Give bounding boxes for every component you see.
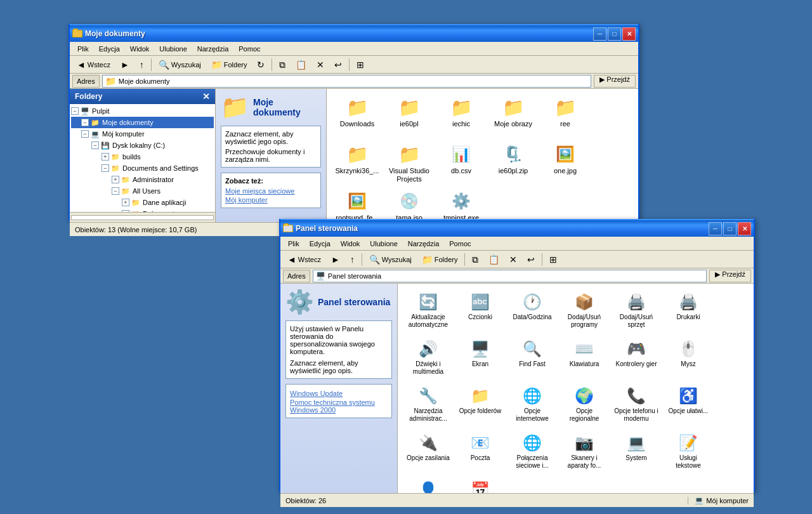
delete-button-panel[interactable]: ✕ xyxy=(505,252,521,267)
file-tmpinst[interactable]: ⚙️ tmpinst.exe xyxy=(436,188,487,222)
tree-item-mycomputer[interactable]: − 💻 Mój komputer xyxy=(71,128,214,140)
expand-toggle-docsettings[interactable]: − xyxy=(102,164,109,172)
tree-item-builds[interactable]: + 📁 builds xyxy=(71,151,214,162)
panel-icon-narzedzia[interactable]: 🔧 Narzędzia administrac... xyxy=(403,383,454,428)
delete-button-mydocs[interactable]: ✕ xyxy=(312,57,329,72)
go-button-panel[interactable]: ▶ Przejdź xyxy=(709,270,751,282)
panel-icon-klawiatura[interactable]: ⌨️ Klawiatura xyxy=(559,336,610,381)
panel-icon-dzwieki[interactable]: 🔊 Dźwięki i multimedia xyxy=(403,336,454,381)
tree-area[interactable]: − 🖥️ Pulpit − 📁 Moje dokumenty − 💻 Mój k… xyxy=(70,104,215,212)
panel-icon-poczta[interactable]: 📧 Poczta xyxy=(455,430,506,475)
file-ree[interactable]: 📁 ree xyxy=(540,94,591,140)
panel-icon-findfast[interactable]: 🔍 Find Fast xyxy=(507,336,558,381)
view-button-panel[interactable]: ⊞ xyxy=(545,252,561,267)
menu-narzedzia-mydocs[interactable]: Narzędzia xyxy=(192,44,234,54)
menu-ulubione-panel[interactable]: Ulubione xyxy=(365,239,402,249)
expand-toggle-mycomputer[interactable]: − xyxy=(81,130,89,138)
menu-narzedzia-panel[interactable]: Narzędzia xyxy=(403,239,445,249)
close-button-panel[interactable]: ✕ xyxy=(738,222,751,235)
expand-toggle-allusers[interactable]: − xyxy=(112,187,119,195)
maximize-button-panel[interactable]: □ xyxy=(723,222,737,235)
panel-icon-opcjeint[interactable]: 🌐 Opcje internetowe xyxy=(507,383,558,428)
file-rootsupd[interactable]: 🖼️ rootsupd_fe... xyxy=(332,188,383,222)
back-button-panel[interactable]: ◄ Wstecz xyxy=(283,252,325,267)
panel-icon-dodajusunprogramy[interactable]: 📦 Dodaj/Usuń programy xyxy=(559,289,610,334)
file-tamaiso[interactable]: 💿 tama.iso xyxy=(384,188,435,222)
minimize-button-panel[interactable]: ─ xyxy=(709,222,722,235)
folders-button-mydocs[interactable]: 📁 Foldery xyxy=(207,57,252,72)
menu-edycja-panel[interactable]: Edycja xyxy=(304,239,336,249)
link-pomoc[interactable]: Pomoc techniczna systemu Windows 2000 xyxy=(290,399,388,414)
panel-icon-ekran[interactable]: 🖥️ Ekran xyxy=(455,336,506,381)
window-panel[interactable]: Panel sterowania ─ □ ✕ Plik Edycja Widok… xyxy=(279,219,755,492)
menu-widok-panel[interactable]: Widok xyxy=(336,239,365,249)
expand-toggle-mydocs[interactable]: − xyxy=(81,119,89,126)
menu-ulubione-mydocs[interactable]: Ulubione xyxy=(154,44,192,54)
copy-button-mydocs[interactable]: ⧉ xyxy=(275,57,290,72)
expand-toggle-pulpit[interactable]: − xyxy=(71,107,79,115)
tree-item-admin[interactable]: + 📁 Administrator xyxy=(71,174,214,185)
info-link-komputer[interactable]: Mój komputer xyxy=(225,196,317,204)
forward-button-panel[interactable]: ► xyxy=(327,252,344,267)
info-link-miejsca[interactable]: Moje miejsca sieciowe xyxy=(225,187,317,195)
expand-toggle-drivec[interactable]: − xyxy=(91,142,99,149)
panel-icon-opcjereg[interactable]: 🌍 Opcje regionalne xyxy=(559,383,610,428)
sidebar-scrollbar[interactable] xyxy=(70,212,215,222)
file-vs[interactable]: 📁 Visual Studio Projects xyxy=(384,141,435,187)
file-downloads[interactable]: 📁 Downloads xyxy=(332,94,383,140)
expand-toggle-builds[interactable]: + xyxy=(102,153,109,161)
tree-item-drive-c[interactable]: − 💾 Dysk lokalny (C:) xyxy=(71,140,214,151)
minimize-button-mydocs[interactable]: ─ xyxy=(593,27,606,41)
go-button-mydocs[interactable]: ▶ Przejdź xyxy=(594,75,636,88)
tree-item-pulpit[interactable]: − 🖥️ Pulpit xyxy=(71,105,214,117)
tree-item-docsettings[interactable]: − 📁 Documents and Settings xyxy=(71,162,214,174)
address-field-panel[interactable]: 🖥️ Panel sterowania xyxy=(313,270,707,282)
panel-icon-aktualizacje[interactable]: 🔄 Aktualizacje automatyczne xyxy=(403,289,454,334)
panel-icon-polaczenia[interactable]: 🌐 Połączenia sieciowe i... xyxy=(507,430,558,475)
window-controls-mydocs[interactable]: ─ □ ✕ xyxy=(593,27,636,41)
panel-icon-kontrolery[interactable]: 🎮 Kontrolery gier xyxy=(611,336,662,381)
file-skrzynki[interactable]: 📁 Skrzynki36_... xyxy=(332,141,383,187)
panel-icon-datagodzina[interactable]: 🕐 Data/Godzina xyxy=(507,289,558,334)
file-iechic[interactable]: 📁 iechic xyxy=(436,94,487,140)
search-button-mydocs[interactable]: 🔍 Wyszukaj xyxy=(154,57,206,72)
folders-button-panel[interactable]: 📁 Foldery xyxy=(417,252,462,267)
panel-icon-uzytkownicy[interactable]: 👤 Użytkownicy i hasła xyxy=(403,477,454,493)
panel-icon-czcionki[interactable]: 🔤 Czcionki xyxy=(455,289,506,334)
panel-icon-opcjefold[interactable]: 📁 Opcje folderów xyxy=(455,383,506,428)
tree-item-mydocs[interactable]: − 📁 Moje dokumenty xyxy=(71,117,214,128)
panel-icon-mysz[interactable]: 🖱️ Mysz xyxy=(663,336,714,381)
refresh-button-mydocs[interactable]: ↻ xyxy=(252,57,269,72)
menu-edycja-mydocs[interactable]: Edycja xyxy=(94,44,125,54)
scrollbar-track[interactable] xyxy=(71,215,214,220)
file-ie60pl[interactable]: 📁 ie60pl xyxy=(384,94,435,140)
paste-button-panel[interactable]: 📋 xyxy=(484,252,504,267)
close-button-mydocs[interactable]: ✕ xyxy=(622,27,636,41)
copy-button-panel[interactable]: ⧉ xyxy=(468,252,483,267)
undo-button-mydocs[interactable]: ↩ xyxy=(330,57,346,72)
menu-plik-panel[interactable]: Plik xyxy=(283,239,304,249)
paste-button-mydocs[interactable]: 📋 xyxy=(291,57,311,72)
window-mydocs[interactable]: Moje dokumenty ─ □ ✕ Plik Edycja Widok U… xyxy=(69,24,639,221)
up-button-mydocs[interactable]: ↑ xyxy=(135,57,148,72)
menu-pomoc-mydocs[interactable]: Pomoc xyxy=(233,44,265,54)
file-mojeobrazki[interactable]: 📁 Moje obrazy xyxy=(488,94,539,140)
tree-item-daneaplikacji[interactable]: + 📁 Dane aplikacji xyxy=(71,197,214,208)
panel-icon-dodajusunsprzet[interactable]: 🖨️ Dodaj/Usuń sprzęt xyxy=(611,289,662,334)
link-winupdate[interactable]: Windows Update xyxy=(290,390,388,397)
search-button-panel[interactable]: 🔍 Wyszukaj xyxy=(365,252,416,267)
file-ie60plzip[interactable]: 🗜️ ie60pl.zip xyxy=(488,141,539,187)
panel-icon-drukarki[interactable]: 🖨️ Drukarki xyxy=(663,289,714,334)
tree-item-allusers[interactable]: − 📁 All Users xyxy=(71,185,214,197)
panel-icon-uslugi[interactable]: 📝 Usługi tekstowe xyxy=(663,430,714,475)
panel-icon-system[interactable]: 💻 System xyxy=(611,430,662,475)
expand-toggle-admin[interactable]: + xyxy=(112,176,119,183)
panel-icon-opcjezas[interactable]: 🔌 Opcje zasilania xyxy=(403,430,454,475)
panel-icon-skanery[interactable]: 📷 Skanery i aparaty fo... xyxy=(559,430,610,475)
up-button-panel[interactable]: ↑ xyxy=(346,252,359,267)
undo-button-panel[interactable]: ↩ xyxy=(523,252,539,267)
address-field-mydocs[interactable]: 📁 Moje dokumenty xyxy=(102,75,592,88)
panel-icon-opcjetel[interactable]: 📞 Opcje telefonu i modemu xyxy=(611,383,662,428)
panel-icon-zaplanowane[interactable]: 📅 Zaplanowane zadania xyxy=(455,477,506,493)
file-dbcsv[interactable]: 📊 db.csv xyxy=(436,141,487,187)
